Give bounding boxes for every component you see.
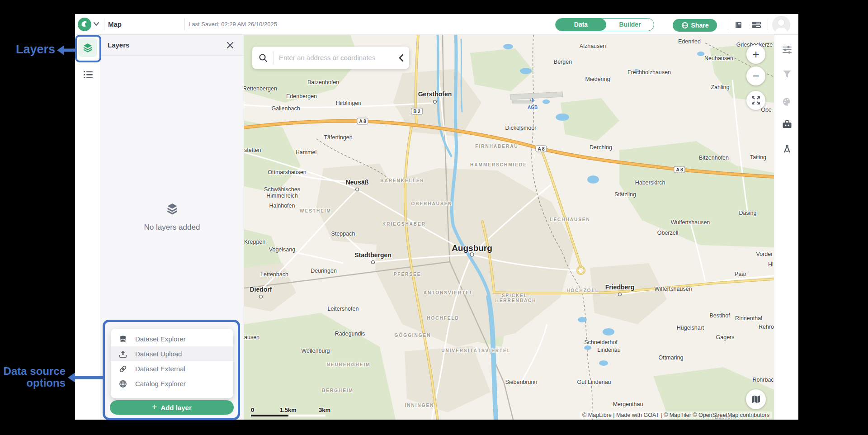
menu-item-label: Dataset External <box>135 365 185 373</box>
map-search-bar <box>252 47 409 69</box>
panels-icon[interactable] <box>751 21 761 29</box>
app-window: Map Last Saved: 02:29 AM 26/10/2025 Data… <box>75 14 798 420</box>
close-icon[interactable] <box>226 41 235 50</box>
toggle-data-button[interactable]: Data <box>556 19 606 31</box>
menu-item-dataset-external[interactable]: Dataset External <box>111 361 233 376</box>
panel-title: Layers <box>108 35 129 56</box>
toggle-builder-button[interactable]: Builder <box>606 19 654 31</box>
annotation-line-2: options <box>3 377 66 389</box>
avatar-person-icon <box>772 16 790 34</box>
annotation-layers-label: Layers <box>9 43 55 57</box>
page-title: Map <box>108 14 122 35</box>
toolbar-settings-button[interactable] <box>782 45 792 55</box>
last-saved-status: Last Saved: 02:29 AM 26/10/2025 <box>189 14 277 35</box>
database-icon <box>119 335 128 343</box>
zoom-in-button[interactable]: + <box>746 45 765 64</box>
road-shield: A 8 <box>674 166 685 173</box>
road-shield: B 2 <box>411 108 423 115</box>
fit-extent-button[interactable] <box>746 91 765 110</box>
toolbar-measure-button[interactable] <box>782 144 792 154</box>
goat-logo-icon <box>80 19 90 29</box>
goat-logo[interactable] <box>78 18 91 31</box>
zoom-out-button[interactable]: − <box>746 66 765 85</box>
screenshot-stage: Layers Data source options Map <box>0 0 868 435</box>
airport-plane-icon: ✈ <box>530 96 536 104</box>
map-canvas[interactable]: EdenriedGriesbeckerzeAlzhausenBergenNeuh… <box>244 35 774 420</box>
expand-arrows-icon <box>751 95 761 105</box>
menu-item-catalog-explorer[interactable]: Catalog Explorer <box>111 376 233 391</box>
share-button[interactable]: Share <box>673 19 717 32</box>
header: Map Last Saved: 02:29 AM 26/10/2025 Data… <box>75 14 798 35</box>
menu-item-label: Catalog Explorer <box>135 380 186 388</box>
menu-item-dataset-explorer[interactable]: Dataset Explorer <box>111 331 233 346</box>
road-shield: A 8 <box>357 118 368 125</box>
right-toolbar <box>774 35 798 420</box>
annotation-arrow-data-source <box>67 371 103 384</box>
palette-icon <box>782 97 792 107</box>
menu-item-label: Dataset Explorer <box>135 335 186 343</box>
link-icon <box>119 365 128 373</box>
annotation-data-source-label: Data source options <box>3 365 66 389</box>
sidebar-item-legend[interactable] <box>83 69 94 80</box>
scale-bar: 0 1.5km 3km <box>251 407 328 416</box>
basemap <box>244 35 774 420</box>
sidebar-item-layers[interactable] <box>78 38 97 57</box>
globe-icon <box>119 380 128 388</box>
layers-empty-icon <box>165 202 179 215</box>
toolbar-filter-button[interactable] <box>782 69 792 79</box>
search-divider <box>273 52 274 64</box>
user-avatar[interactable] <box>772 16 790 34</box>
legend-list-icon <box>83 69 94 80</box>
map-attribution[interactable]: © MapLibre | Made with GOAT | © MapTiler… <box>580 411 772 419</box>
scale-end: 3km <box>319 407 330 413</box>
plus-icon: + <box>152 402 157 412</box>
globe-icon <box>681 22 689 29</box>
search-icon[interactable] <box>259 53 268 62</box>
toolbar-toolbox-button[interactable] <box>782 119 792 129</box>
scale-mid: 1.5km <box>280 407 297 413</box>
left-icon-strip <box>75 35 100 420</box>
toolbar-style-button[interactable] <box>782 97 792 107</box>
chevron-down-icon[interactable] <box>93 22 99 26</box>
menu-item-label: Dataset Upload <box>135 350 182 358</box>
header-divider <box>104 19 104 30</box>
empty-state-text: No layers added <box>100 223 244 232</box>
upload-icon <box>119 350 128 358</box>
annotation-line-1: Data source <box>3 365 66 377</box>
header-divider <box>728 19 728 30</box>
layers-panel: Layers No layers added <box>100 35 244 420</box>
scale-start: 0 <box>251 407 254 413</box>
header-divider <box>768 19 768 30</box>
toolbox-icon <box>782 120 792 129</box>
drafting-compass-icon <box>782 144 792 154</box>
docs-book-icon[interactable] <box>734 21 743 29</box>
sliders-icon <box>782 45 792 55</box>
add-layer-label: Add layer <box>160 404 191 411</box>
share-label: Share <box>691 22 709 29</box>
chevron-left-icon[interactable] <box>398 54 404 62</box>
data-source-popup: Dataset Explorer Dataset Upload Dataset … <box>111 329 233 398</box>
layers-icon <box>82 42 93 53</box>
add-layer-button[interactable]: + Add layer <box>110 400 234 415</box>
road-shield: A 8 <box>535 146 547 152</box>
map-icon <box>751 395 761 404</box>
annotation-arrow-layers <box>56 43 79 57</box>
basemap-style-button[interactable] <box>746 389 766 409</box>
menu-item-dataset-upload[interactable]: Dataset Upload <box>111 346 233 361</box>
mode-toggle: Data Builder <box>555 18 654 31</box>
empty-state: No layers added <box>100 202 244 232</box>
filter-funnel-icon <box>783 70 792 79</box>
layers-panel-header: Layers <box>100 35 244 56</box>
search-input[interactable] <box>279 54 398 61</box>
header-divider <box>184 19 185 30</box>
